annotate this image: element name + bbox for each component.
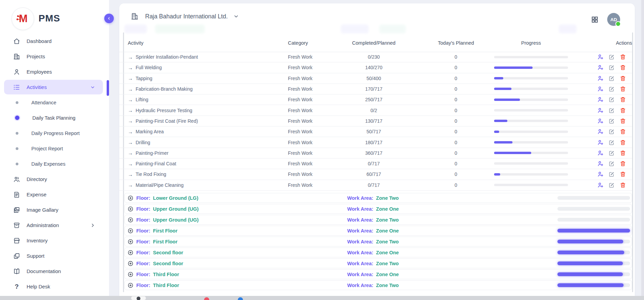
edit-icon[interactable] bbox=[608, 86, 615, 92]
sidebar-item-documentation[interactable]: Documentation bbox=[0, 264, 109, 279]
sidebar-item-employees[interactable]: Employees bbox=[0, 64, 109, 79]
arrow-right-icon: → bbox=[128, 139, 133, 145]
sidebar-subitem-daily-progress-report[interactable]: Daily Progress Report bbox=[0, 125, 109, 141]
assign-user-icon[interactable] bbox=[597, 107, 604, 114]
sidebar-item-help-desk[interactable]: ?Help Desk bbox=[0, 279, 109, 294]
edit-icon[interactable] bbox=[608, 54, 615, 60]
floor-name[interactable]: Second floor bbox=[153, 261, 183, 266]
work-area-name[interactable]: Zone Two bbox=[376, 239, 399, 244]
floor-name[interactable]: Lower Ground (LG) bbox=[153, 195, 198, 201]
edit-icon[interactable] bbox=[608, 150, 615, 156]
expand-plus-icon[interactable] bbox=[127, 228, 134, 234]
actions-cell bbox=[589, 105, 632, 115]
assign-user-icon[interactable] bbox=[597, 160, 604, 167]
sidebar-item-dashboard[interactable]: Dashboard bbox=[0, 33, 109, 49]
delete-icon[interactable] bbox=[619, 150, 626, 156]
expand-plus-icon[interactable] bbox=[127, 250, 134, 256]
edit-icon[interactable] bbox=[608, 118, 615, 124]
delete-icon[interactable] bbox=[619, 75, 626, 82]
expand-plus-icon[interactable] bbox=[127, 271, 134, 278]
arrow-right-icon: → bbox=[128, 118, 133, 124]
expand-plus-icon[interactable] bbox=[127, 206, 134, 212]
chevron-down-icon[interactable] bbox=[233, 13, 239, 19]
floor-name[interactable]: First Floor bbox=[153, 228, 178, 234]
work-area-name[interactable]: Zone One bbox=[376, 250, 399, 255]
user-avatar[interactable]: AD bbox=[607, 13, 620, 26]
sidebar-item-support[interactable]: Support bbox=[0, 248, 109, 264]
sidebar-item-projects[interactable]: Projects bbox=[0, 49, 109, 64]
work-area-name[interactable]: Zone Two bbox=[376, 283, 399, 288]
sidebar-item-directory[interactable]: Directory bbox=[0, 171, 109, 187]
chevron-right-icon[interactable] bbox=[90, 223, 95, 228]
sidebar-subitem-project-report[interactable]: Project Report bbox=[0, 141, 109, 156]
sidebar-item-expense[interactable]: Expense bbox=[0, 187, 109, 202]
delete-icon[interactable] bbox=[619, 171, 626, 178]
expand-plus-icon[interactable] bbox=[127, 239, 134, 245]
page-scrollbar[interactable] bbox=[641, 0, 644, 300]
floor-name[interactable]: Third Floor bbox=[153, 283, 179, 288]
work-area-name[interactable]: Zone One bbox=[376, 272, 399, 277]
edit-icon[interactable] bbox=[608, 75, 615, 82]
edit-icon[interactable] bbox=[608, 107, 615, 114]
delete-icon[interactable] bbox=[619, 160, 626, 167]
chevron-down-icon[interactable] bbox=[90, 85, 95, 90]
floor-name[interactable]: Second floor bbox=[153, 250, 183, 255]
sidebar-subitem-daily-expenses[interactable]: Daily Expenses bbox=[0, 156, 109, 171]
assign-user-icon[interactable] bbox=[597, 118, 604, 124]
assign-user-icon[interactable] bbox=[597, 86, 604, 92]
work-area-name[interactable]: Zone Two bbox=[376, 261, 399, 266]
sidebar-subitem-daily-task-planning[interactable]: Daily Task Planning bbox=[0, 110, 109, 125]
delete-icon[interactable] bbox=[619, 54, 626, 60]
sidebar-collapse-button[interactable] bbox=[104, 14, 114, 23]
edit-icon[interactable] bbox=[608, 171, 615, 178]
assign-user-icon[interactable] bbox=[597, 128, 604, 135]
floor-name[interactable]: Upper Ground (UG) bbox=[153, 206, 199, 212]
work-area-name[interactable]: Zone Two bbox=[376, 195, 399, 201]
floor-name[interactable]: Third Floor bbox=[153, 272, 179, 277]
bullet-icon bbox=[16, 132, 18, 135]
edit-icon[interactable] bbox=[608, 160, 615, 167]
assign-user-icon[interactable] bbox=[597, 182, 604, 189]
delete-icon[interactable] bbox=[619, 64, 626, 71]
assign-user-icon[interactable] bbox=[597, 171, 604, 178]
delete-icon[interactable] bbox=[619, 86, 626, 92]
floor-name[interactable]: Upper Ground (UG) bbox=[153, 217, 199, 223]
sidebar-item-inventory[interactable]: Inventory bbox=[0, 233, 109, 248]
assign-user-icon[interactable] bbox=[597, 75, 604, 82]
delete-icon[interactable] bbox=[619, 128, 626, 135]
expand-plus-icon[interactable] bbox=[127, 260, 134, 267]
edit-icon[interactable] bbox=[608, 139, 615, 146]
assign-user-icon[interactable] bbox=[597, 64, 604, 71]
delete-icon[interactable] bbox=[619, 96, 626, 103]
work-area-name[interactable]: Zone One bbox=[376, 228, 399, 234]
delete-icon[interactable] bbox=[619, 182, 626, 189]
apps-grid-icon[interactable] bbox=[591, 16, 599, 24]
delete-icon[interactable] bbox=[619, 139, 626, 146]
edit-icon[interactable] bbox=[608, 96, 615, 103]
sidebar-item-image-gallary[interactable]: Image Gallary bbox=[0, 202, 109, 217]
assign-user-icon[interactable] bbox=[597, 150, 604, 156]
assign-user-icon[interactable] bbox=[597, 139, 604, 146]
floor-name[interactable]: First Floor bbox=[153, 239, 178, 244]
assign-user-icon[interactable] bbox=[597, 96, 604, 103]
edit-icon[interactable] bbox=[608, 64, 615, 71]
sidebar-scrollbar-thumb[interactable] bbox=[107, 80, 109, 96]
taskbar-avatar-icon[interactable] bbox=[137, 297, 140, 300]
company-selector-label[interactable]: Raja Bahadur International Ltd. bbox=[145, 13, 228, 20]
sidebar-item-activities[interactable]: Activities bbox=[0, 79, 109, 95]
work-area-name[interactable]: Zone Two bbox=[376, 217, 399, 223]
assign-user-icon[interactable] bbox=[597, 54, 604, 60]
taskbar-red-icon[interactable] bbox=[204, 297, 209, 300]
expand-plus-icon[interactable] bbox=[127, 195, 134, 201]
edit-icon[interactable] bbox=[608, 128, 615, 135]
activity-row: →Sprinkler Installation-PendantFresh Wor… bbox=[119, 52, 632, 62]
delete-icon[interactable] bbox=[619, 118, 626, 124]
sidebar-item-administration[interactable]: Administration bbox=[0, 217, 109, 233]
delete-icon[interactable] bbox=[619, 107, 626, 114]
expand-plus-icon[interactable] bbox=[127, 282, 134, 288]
sidebar-subitem-attendance[interactable]: Attendance bbox=[0, 95, 109, 110]
work-area-name[interactable]: Zone One bbox=[376, 206, 399, 212]
taskbar-blue-icon[interactable] bbox=[238, 297, 243, 300]
expand-plus-icon[interactable] bbox=[127, 217, 134, 223]
edit-icon[interactable] bbox=[608, 182, 615, 189]
